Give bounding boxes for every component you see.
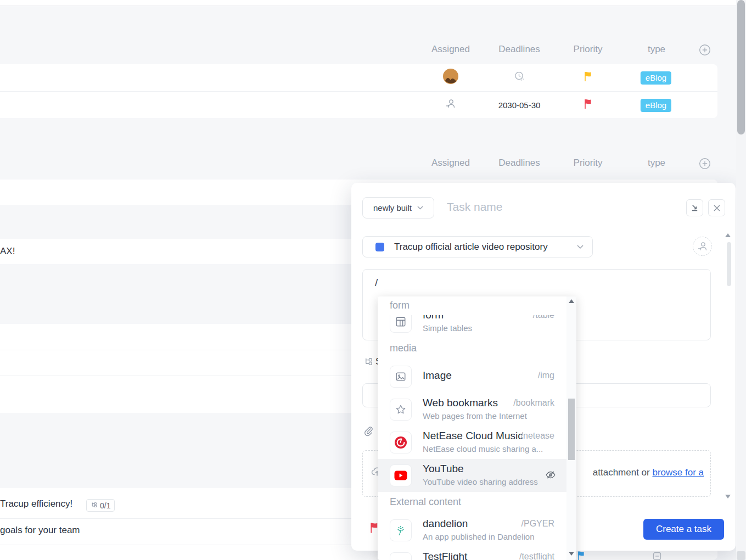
project-name: Tracup official article video repository [394,242,548,253]
column-assigned: Assigned [431,158,470,169]
subtask-tree-icon [363,356,374,369]
dock-arrow-icon [691,204,699,212]
status-dropdown-button[interactable]: newly built [362,197,434,219]
close-button[interactable] [708,199,725,216]
column-priority: Priority [574,158,603,169]
netease-music-icon [390,432,412,453]
add-assignee-icon [697,241,708,252]
task-title-fragment[interactable]: Tracup efficiency! [0,499,72,509]
menu-scroll-down[interactable] [569,552,574,556]
slash-command-menu: form form /table Simple tables media Ima… [378,296,576,560]
add-column-icon[interactable] [699,158,711,172]
task-title-fragment[interactable]: AX! [0,239,15,264]
type-badge[interactable]: eBlog [641,99,671,112]
minimize-dock-button[interactable] [686,199,703,216]
modal-scrollbar-thumb[interactable] [727,242,731,286]
add-assignee-icon[interactable] [445,98,456,111]
star-icon [390,399,412,421]
window-scrollbar-thumb[interactable] [737,0,745,135]
menu-section-form: form [378,296,566,315]
row-divider [0,91,717,92]
browse-link[interactable]: browse for a [652,467,704,478]
testflight-icon [390,552,412,560]
chevron-down-icon [417,206,423,210]
column-deadlines: Deadlines [498,44,540,55]
create-task-button[interactable]: Create a task [643,519,724,540]
image-icon [390,366,412,388]
menu-scrollbar[interactable] [566,296,576,560]
column-assigned: Assigned [431,44,470,55]
modal-scroll-down[interactable] [725,495,731,499]
assign-user-button[interactable] [693,237,712,256]
project-selector[interactable]: Tracup official article video repository [362,236,593,257]
menu-section-media: media [390,343,417,354]
close-icon [713,204,721,212]
subtask-tree-icon [91,501,98,510]
type-empty-icon[interactable] [653,552,661,560]
table-header-2: Assigned Deadlines Priority type [0,158,736,171]
menu-item-image[interactable]: Image /img [378,360,566,393]
menu-item-web-bookmarks[interactable]: Web bookmarks /bookmark Web pages from t… [378,393,566,426]
task-table-card-1: eBlog 2030-05-30 eBlog [0,64,717,118]
column-type: type [648,158,665,169]
menu-section-external: External content [390,496,461,508]
priority-flag-red-icon[interactable] [584,99,592,111]
add-column-icon[interactable] [699,44,711,58]
priority-flag-yellow-icon[interactable] [584,71,592,84]
priority-flag-blue-icon[interactable] [577,551,585,560]
table-header-1: Assigned Deadlines Priority type [0,44,736,57]
menu-scrollbar-thumb[interactable] [568,399,575,460]
hide-eye-icon[interactable] [545,469,557,483]
modal-scroll-up[interactable] [725,233,731,237]
dandelion-icon [390,519,412,541]
type-badge[interactable]: eBlog [641,71,671,85]
subtask-count: 0/1 [100,501,110,510]
task-name-input[interactable]: Task name [447,200,503,214]
paperclip-icon [363,425,374,439]
column-priority: Priority [574,44,603,55]
description-text: / [375,277,378,289]
status-dropdown-label: newly built [373,203,412,212]
deadline-clock-icon[interactable] [514,71,525,84]
menu-item-youtube[interactable]: YouTube YouTube video sharing address [378,459,566,492]
youtube-icon [390,464,412,486]
menu-item-dandelion[interactable]: dandelion /PGYER An app published in Dan… [378,514,566,547]
task-title-fragment[interactable]: goals for your team [0,525,80,536]
menu-item-netease[interactable]: NetEase Cloud Music /netease NetEase clo… [378,426,566,459]
column-deadlines: Deadlines [498,158,540,169]
subtask-count-badge[interactable]: 0/1 [86,499,115,512]
menu-item-testflight[interactable]: TestFlight /testflight [378,547,566,560]
avatar[interactable] [443,69,458,86]
project-color-square [375,243,384,251]
page-top-strip [0,0,736,6]
attachment-hint: attachment or browse for a [593,467,704,478]
menu-scroll-up[interactable] [569,299,574,303]
column-type: type [648,44,665,55]
chevron-down-icon [577,245,584,249]
deadline-date[interactable]: 2030-05-30 [498,100,541,110]
window-scrollbar-button[interactable] [737,551,745,560]
